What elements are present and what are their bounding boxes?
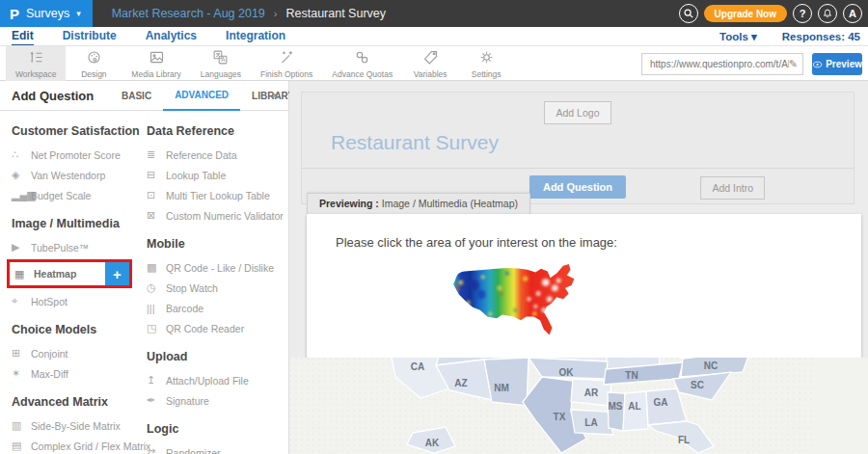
question-type-attach-upload-file[interactable]: ↥Attach/Upload File xyxy=(147,370,288,390)
add-heatmap-question-button[interactable]: + xyxy=(105,262,129,285)
question-type-multi-tier-lookup-table[interactable]: ⊡Multi Tier Lookup Table xyxy=(147,185,288,205)
add-question-button[interactable]: Add Question xyxy=(529,175,626,199)
panel-tab-advanced[interactable]: ADVANCED xyxy=(163,81,240,111)
question-type-qr-code-reader[interactable]: ◳QR Code Reader xyxy=(147,318,288,338)
share-url-field[interactable]: https://www.questionpro.com/t/APNrFZ ✎ xyxy=(641,53,803,75)
preview-button[interactable]: Preview xyxy=(812,53,862,75)
panel-title: Add Question xyxy=(12,89,94,103)
toolbar-item-settings[interactable]: Settings xyxy=(458,46,514,81)
question-type-conjoint[interactable]: ⊞Conjoint xyxy=(12,343,147,363)
nav-tab-integration[interactable]: Integration xyxy=(226,27,285,45)
question-type-tubepulse[interactable]: ▶TubePulse™ xyxy=(12,237,147,257)
search-button[interactable] xyxy=(679,4,698,23)
top-bar-actions: Upgrade Now ? A xyxy=(679,4,862,23)
question-type-reference-data[interactable]: ≣Reference Data xyxy=(147,145,288,165)
nav-tab-distribute[interactable]: Distribute xyxy=(63,27,117,45)
responses-count[interactable]: Responses: 45 xyxy=(782,31,860,42)
question-type-label: Signature xyxy=(166,395,209,407)
survey-title[interactable]: Restaurant Survey xyxy=(331,131,854,154)
question-type-label: HotSpot xyxy=(31,296,68,307)
breadcrumb-survey[interactable]: Restaurant Survey xyxy=(286,7,387,20)
previewing-question-type: Image / Multimedia (Heatmap) xyxy=(379,198,518,209)
question-type-column-left: Customer Satisfaction∴Net Promoter Score… xyxy=(12,113,147,454)
state-shape-nm[interactable] xyxy=(484,358,529,406)
toolbar-item-design[interactable]: Design xyxy=(66,46,122,81)
side-by-side-matrix-icon: ▥ xyxy=(12,419,31,432)
question-type-heatmap[interactable]: ▦Heatmap+ xyxy=(7,259,132,288)
qr-code-reader-icon: ◳ xyxy=(147,322,166,334)
nav-tab-analytics[interactable]: Analytics xyxy=(146,27,197,45)
state-label-nm: NM xyxy=(494,383,509,393)
question-type-label: Barcode xyxy=(166,303,203,314)
question-type-randomizer[interactable]: ⇄Randomizer xyxy=(147,442,288,454)
question-type-signature[interactable]: ✒Signature xyxy=(147,390,288,411)
nav-tab-edit[interactable]: Edit xyxy=(12,27,34,45)
edit-url-icon[interactable]: ✎ xyxy=(789,58,798,70)
qr-code-like-dislike-icon: ▩ xyxy=(147,261,166,274)
budget-scale-icon: ▂▄▆ xyxy=(12,189,31,201)
close-icon[interactable]: ✕ xyxy=(271,90,280,102)
settings-icon xyxy=(478,49,495,66)
help-button[interactable]: ? xyxy=(793,4,812,23)
question-type-budget-scale[interactable]: ▂▄▆Budget Scale xyxy=(12,185,147,205)
add-intro-button[interactable]: Add Intro xyxy=(700,176,765,200)
question-type-qr-code-like-dislike[interactable]: ▩QR Code - Like / Dislike xyxy=(147,257,288,278)
nav-right: Tools ▾ Responses: 45 xyxy=(719,27,860,46)
toolbar-item-label: Finish Options xyxy=(260,69,312,79)
questionpro-survey-editor: { "topbar": { "logo": "P", "app": "Surve… xyxy=(0,0,868,454)
question-type-label: Multi Tier Lookup Table xyxy=(166,190,270,201)
tools-menu[interactable]: Tools ▾ xyxy=(719,30,757,43)
question-type-net-promoter-score[interactable]: ∴Net Promoter Score xyxy=(12,145,147,165)
question-type-label: Conjoint xyxy=(31,348,68,360)
toolbar-item-languages[interactable]: ALanguages xyxy=(191,46,251,81)
notifications-button[interactable] xyxy=(818,4,837,23)
multi-tier-lookup-table-icon: ⊡ xyxy=(147,189,166,201)
question-type-side-by-side-matrix[interactable]: ▥Side-By-Side Matrix xyxy=(12,415,147,436)
toolbar-item-workspace[interactable]: Workspace xyxy=(6,46,66,81)
toolbar-item-media-library[interactable]: Media Library xyxy=(122,46,191,81)
section-upload: Upload↥Attach/Upload File✒Signature xyxy=(147,350,288,411)
question-type-label: Reference Data xyxy=(166,149,237,161)
barcode-icon: ||| xyxy=(147,303,166,314)
question-preview-card: Please click the area of your interest o… xyxy=(307,214,861,358)
usa-heatmap-image[interactable] xyxy=(445,262,595,347)
product-name: Surveys xyxy=(26,7,69,20)
toolbar-item-finish-options[interactable]: Finish Options xyxy=(251,46,322,81)
us-states-map[interactable]: CAAZNMOKTXARLAMSALGATNNCSCFLAK xyxy=(289,358,868,454)
question-type-van-westendorp[interactable]: ◈Van Westendorp xyxy=(12,165,147,185)
question-type-custom-numeric-validator[interactable]: ⊠Custom Numeric Validator xyxy=(147,205,288,226)
question-type-lookup-table[interactable]: ⊟Lookup Table xyxy=(147,165,288,185)
section-heading: Customer Satisfaction xyxy=(12,124,147,138)
toolbar-item-label: Advance Quotas xyxy=(332,69,393,79)
state-label-ak: AK xyxy=(425,438,440,448)
svg-text:A: A xyxy=(222,56,227,63)
question-type-hotspot[interactable]: ⌖HotSpot xyxy=(12,291,147,311)
state-label-fl: FL xyxy=(678,435,690,445)
previewing-tab: Previewing : Image / Multimedia (Heatmap… xyxy=(307,193,530,214)
product-switcher[interactable]: P Surveys ▾ xyxy=(0,0,93,27)
avatar[interactable]: A xyxy=(843,4,862,23)
state-label-sc: SC xyxy=(691,380,704,390)
nav-tabs: EditDistributeAnalyticsIntegration xyxy=(12,27,314,45)
section-heading: Upload xyxy=(147,350,288,363)
question-type-max-diff[interactable]: ✶Max-Diff xyxy=(12,363,147,384)
section-heading: Data Reference xyxy=(147,124,288,138)
state-label-ar: AR xyxy=(584,387,599,398)
question-type-column-right: Data Reference≣Reference Data⊟Lookup Tab… xyxy=(147,113,288,454)
breadcrumb-separator: › xyxy=(274,8,278,19)
toolbar-item-label: Variables xyxy=(414,69,448,79)
state-shape-ms[interactable] xyxy=(608,392,625,431)
toolbar-item-variables[interactable]: Variables xyxy=(402,46,458,81)
state-label-az: AZ xyxy=(454,378,467,388)
question-type-label: Stop Watch xyxy=(166,282,218,294)
panel-tab-basic[interactable]: BASIC xyxy=(110,81,163,111)
question-type-stop-watch[interactable]: ◷Stop Watch xyxy=(147,278,288,298)
upgrade-now-button[interactable]: Upgrade Now xyxy=(704,5,787,22)
question-type-barcode[interactable]: |||Barcode xyxy=(147,298,288,318)
attach-upload-file-icon: ↥ xyxy=(147,374,166,387)
question-type-complex-grid-flex-matrix[interactable]: ▤Complex Grid / Flex Matrix xyxy=(12,436,147,454)
survey-header-card: Add Logo Restaurant Survey Add Question … xyxy=(301,92,854,204)
breadcrumb-folder[interactable]: Market Research - Aug 2019 xyxy=(112,7,265,20)
add-logo-button[interactable]: Add Logo xyxy=(544,101,612,124)
toolbar-item-advance-quotas[interactable]: Advance Quotas xyxy=(322,46,402,81)
